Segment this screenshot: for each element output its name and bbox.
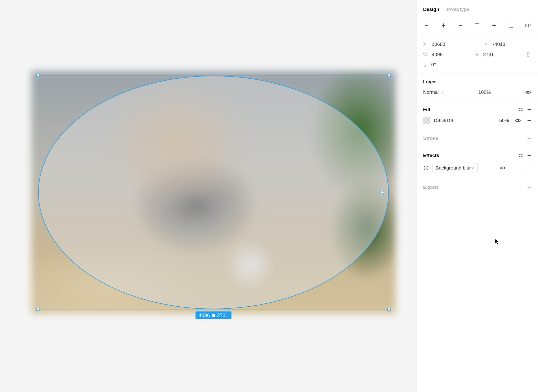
svg-rect-2 xyxy=(212,316,215,317)
canvas[interactable]: 4096 2731 xyxy=(0,0,416,392)
blend-mode-select[interactable]: Normal xyxy=(423,89,444,95)
chevron-down-icon xyxy=(441,90,444,94)
effect-settings-icon[interactable] xyxy=(423,165,429,171)
svg-point-21 xyxy=(519,110,520,111)
fill-visibility-toggle[interactable] xyxy=(515,117,521,124)
dimensions-icon xyxy=(211,313,216,318)
h-value[interactable]: 2731 xyxy=(483,52,506,57)
resize-handle-bottom-right[interactable] xyxy=(387,308,391,311)
align-vcenter-icon[interactable] xyxy=(489,20,499,31)
export-title: Export xyxy=(423,185,438,190)
inspector-panel: Design Prototype X 10688 Y -4018 W 4096 xyxy=(416,0,538,392)
fill-hex[interactable]: D9D9D9 xyxy=(434,118,453,123)
stroke-section: Stroke xyxy=(416,130,538,147)
ellipse-arc-handle[interactable] xyxy=(381,191,384,194)
y-field[interactable]: Y -4018 xyxy=(484,42,528,47)
effect-visibility-toggle[interactable] xyxy=(499,165,506,171)
fill-section: Fill D9D9D9 50% xyxy=(416,101,538,130)
w-value[interactable]: 4096 xyxy=(432,52,455,57)
svg-point-35 xyxy=(425,167,427,169)
transform-section: X 10688 Y -4018 W 4096 H 2731 xyxy=(416,36,538,73)
x-label: X xyxy=(423,42,429,47)
w-field[interactable]: W 4096 xyxy=(423,52,457,57)
y-label: Y xyxy=(484,42,490,47)
effect-type-value: Background blur xyxy=(436,165,471,171)
layer-title: Layer xyxy=(423,79,531,85)
distribute-icon[interactable] xyxy=(523,20,533,31)
svg-point-18 xyxy=(527,92,529,93)
align-hcenter-icon[interactable] xyxy=(438,20,449,31)
svg-line-42 xyxy=(427,166,427,167)
blend-mode-value: Normal xyxy=(423,89,439,95)
svg-point-31 xyxy=(519,156,520,157)
tab-design[interactable]: Design xyxy=(423,7,439,12)
badge-height: 2731 xyxy=(217,312,228,318)
w-label: W xyxy=(423,52,429,57)
panel-tabs: Design Prototype xyxy=(416,0,538,19)
align-right-icon[interactable] xyxy=(455,20,465,31)
svg-point-25 xyxy=(517,120,519,121)
h-label: H xyxy=(475,52,480,57)
effects-title: Effects xyxy=(423,153,439,158)
dimensions-badge: 4096 2731 xyxy=(196,311,232,319)
svg-point-29 xyxy=(519,154,520,155)
remove-fill-icon[interactable] xyxy=(527,118,531,123)
svg-point-30 xyxy=(521,154,522,155)
add-fill-icon[interactable] xyxy=(527,107,531,112)
resize-handle-top-left[interactable] xyxy=(36,74,39,77)
y-value[interactable]: -4018 xyxy=(493,42,516,47)
add-effect-icon[interactable] xyxy=(527,153,531,158)
add-stroke-icon[interactable] xyxy=(527,136,531,141)
svg-rect-1 xyxy=(212,315,215,316)
export-section: Export xyxy=(416,179,538,196)
fill-title: Fill xyxy=(423,107,430,112)
svg-line-41 xyxy=(427,169,427,169)
effects-section: Effects Background blur xyxy=(416,147,538,179)
tab-prototype[interactable]: Prototype xyxy=(447,7,469,12)
svg-point-44 xyxy=(502,167,503,169)
fill-swatch[interactable] xyxy=(423,117,430,124)
resize-handle-bottom-left[interactable] xyxy=(36,308,39,311)
align-top-icon[interactable] xyxy=(472,20,482,31)
angle-icon xyxy=(423,62,428,67)
layer-visibility-toggle[interactable] xyxy=(525,89,531,95)
x-field[interactable]: X 10688 xyxy=(423,42,466,47)
layer-opacity-field[interactable]: 100% xyxy=(478,89,491,95)
x-value[interactable]: 10688 xyxy=(432,42,455,47)
chevron-down-icon xyxy=(471,166,474,170)
resize-handle-top-right[interactable] xyxy=(387,74,391,77)
h-field[interactable]: H 2731 xyxy=(475,52,508,57)
constrain-proportions-icon[interactable] xyxy=(526,51,531,58)
svg-point-22 xyxy=(521,110,522,111)
stroke-title: Stroke xyxy=(423,136,438,141)
badge-width: 4096 xyxy=(199,312,210,318)
rotation-field[interactable]: 0° xyxy=(423,62,466,68)
svg-line-40 xyxy=(424,166,425,167)
svg-point-19 xyxy=(519,108,520,109)
effect-type-select[interactable]: Background blur xyxy=(432,163,478,173)
rotation-value[interactable]: 0° xyxy=(431,62,454,68)
svg-rect-0 xyxy=(212,314,215,315)
svg-line-43 xyxy=(424,169,425,169)
layer-section: Layer Normal 100% xyxy=(416,73,538,101)
selection-bounds[interactable]: 4096 2731 xyxy=(38,75,389,310)
add-export-icon[interactable] xyxy=(527,185,531,190)
fill-styles-icon[interactable] xyxy=(519,107,523,112)
align-bottom-icon[interactable] xyxy=(506,20,516,31)
svg-point-20 xyxy=(521,108,522,109)
svg-point-32 xyxy=(521,156,522,157)
effects-styles-icon[interactable] xyxy=(519,153,523,158)
fill-opacity[interactable]: 50% xyxy=(499,118,509,123)
ellipse-shape[interactable] xyxy=(38,76,389,309)
align-left-icon[interactable] xyxy=(422,20,432,31)
alignment-controls xyxy=(416,19,538,36)
remove-effect-icon[interactable] xyxy=(527,166,531,170)
